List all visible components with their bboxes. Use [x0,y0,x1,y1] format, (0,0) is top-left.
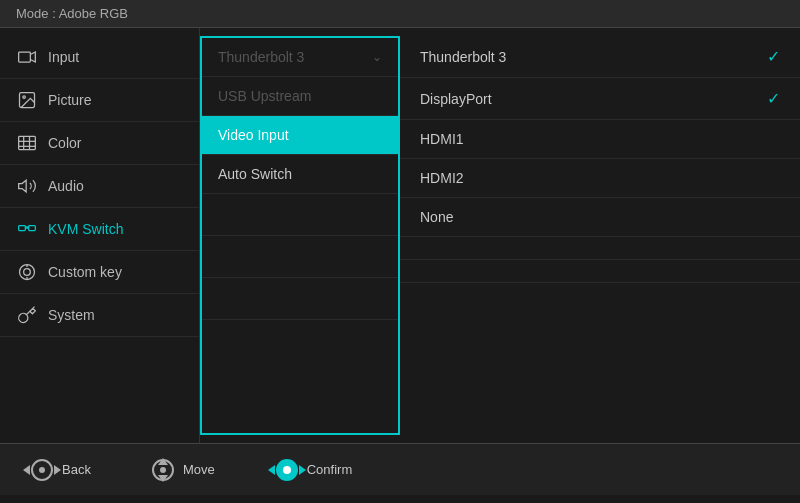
custom-key-icon [16,261,38,283]
svg-rect-10 [29,226,36,231]
confirm-label: Confirm [307,462,353,477]
middle-item-thunderbolt3[interactable]: Thunderbolt 3 ⌄ [202,38,398,77]
sidebar-label-picture: Picture [48,92,92,108]
right-label-thunderbolt3: Thunderbolt 3 [420,49,506,65]
svg-marker-8 [19,180,27,192]
right-label-hdmi1: HDMI1 [420,131,464,147]
middle-empty-2 [202,236,398,278]
main-content: Input Picture Color Audio KVM Switch [0,28,800,443]
sidebar-label-kvm-switch: KVM Switch [48,221,123,237]
middle-label-auto-switch: Auto Switch [218,166,292,182]
right-empty-2 [400,260,800,283]
back-action[interactable]: Back [30,458,91,482]
top-bar: Mode : Adobe RGB [0,0,800,28]
middle-item-usb-upstream[interactable]: USB Upstream [202,77,398,116]
picture-icon [16,89,38,111]
bottom-bar: Back Move [0,443,800,495]
middle-label-thunderbolt3: Thunderbolt 3 [218,49,304,65]
right-label-hdmi2: HDMI2 [420,170,464,186]
svg-point-2 [23,96,25,99]
middle-empty-1 [202,194,398,236]
sidebar-item-picture[interactable]: Picture [0,79,199,122]
move-nav-icon [151,458,175,482]
check-icon-thunderbolt3: ✓ [767,47,780,66]
back-nav-icon [30,458,54,482]
sidebar-item-kvm-switch[interactable]: KVM Switch [0,208,199,251]
right-item-hdmi1[interactable]: HDMI1 [400,120,800,159]
confirm-action[interactable]: Confirm [275,458,353,482]
middle-panel: Thunderbolt 3 ⌄ USB Upstream Video Input… [200,36,400,435]
mode-label: Mode [16,6,49,21]
sidebar-item-audio[interactable]: Audio [0,165,199,208]
mode-value: Adobe RGB [59,6,128,21]
move-label: Move [183,462,215,477]
middle-item-video-input[interactable]: Video Input [202,116,398,155]
middle-empty-3 [202,278,398,320]
right-panel: Thunderbolt 3 ✓ DisplayPort ✓ HDMI1 HDMI… [400,28,800,443]
confirm-nav-icon [275,458,299,482]
right-item-displayport[interactable]: DisplayPort ✓ [400,78,800,120]
sidebar-label-input: Input [48,49,79,65]
middle-label-video-input: Video Input [218,127,289,143]
sidebar-label-color: Color [48,135,81,151]
middle-item-auto-switch[interactable]: Auto Switch [202,155,398,194]
sidebar-item-custom-key[interactable]: Custom key [0,251,199,294]
right-label-displayport: DisplayPort [420,91,492,107]
chevron-down-icon: ⌄ [372,50,382,64]
svg-point-12 [24,269,31,276]
sidebar: Input Picture Color Audio KVM Switch [0,28,200,443]
audio-icon [16,175,38,197]
back-label: Back [62,462,91,477]
sidebar-label-custom-key: Custom key [48,264,122,280]
right-item-none[interactable]: None [400,198,800,237]
right-item-hdmi2[interactable]: HDMI2 [400,159,800,198]
right-label-none: None [420,209,453,225]
sidebar-label-system: System [48,307,95,323]
svg-rect-0 [19,52,31,62]
svg-rect-9 [19,226,26,231]
middle-label-usb-upstream: USB Upstream [218,88,311,104]
svg-rect-3 [19,136,36,149]
right-item-thunderbolt3[interactable]: Thunderbolt 3 ✓ [400,36,800,78]
check-icon-displayport: ✓ [767,89,780,108]
sidebar-item-input[interactable]: Input [0,36,199,79]
sidebar-item-color[interactable]: Color [0,122,199,165]
input-icon [16,46,38,68]
sidebar-item-system[interactable]: System [0,294,199,337]
move-action[interactable]: Move [151,458,215,482]
system-icon [16,304,38,326]
sidebar-label-audio: Audio [48,178,84,194]
color-icon [16,132,38,154]
kvm-icon [16,218,38,240]
right-empty-1 [400,237,800,260]
